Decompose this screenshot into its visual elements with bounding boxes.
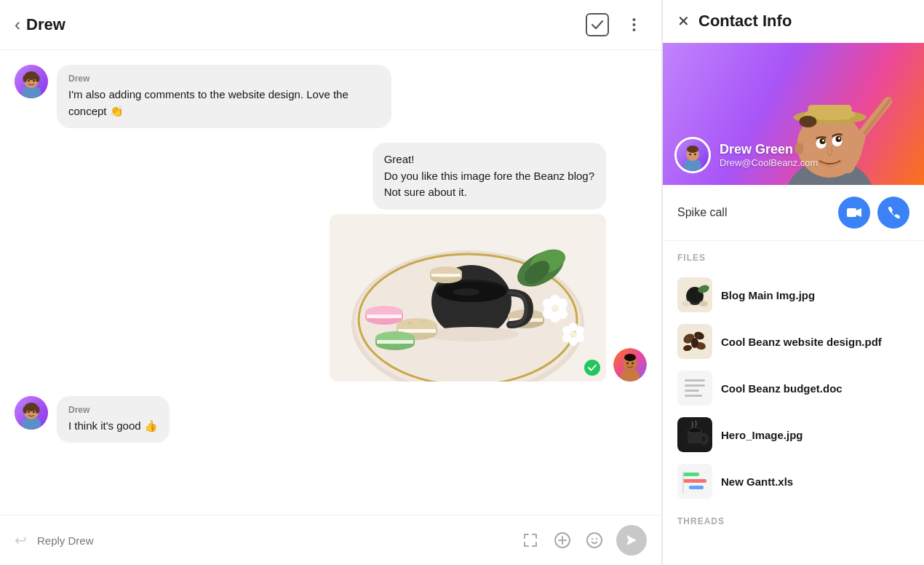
- svg-point-8: [36, 75, 40, 82]
- files-section-label: FILES: [677, 253, 909, 263]
- svg-point-76: [592, 538, 593, 540]
- svg-point-75: [587, 533, 602, 548]
- message-text: I'm also adding comments to the website …: [68, 87, 380, 119]
- file-item[interactable]: Hero_Image.jpg: [677, 411, 909, 458]
- expand-icon[interactable]: [520, 530, 541, 550]
- svg-point-33: [408, 322, 411, 325]
- contact-name-block: Drew Green Drew@CoolBeanz.com: [720, 142, 818, 168]
- file-item[interactable]: Cool Beanz budget.doc: [677, 365, 909, 411]
- file-thumb-doc-svg: [677, 371, 712, 406]
- svg-rect-123: [683, 479, 706, 483]
- file-name: Blog Main Img.jpg: [721, 289, 815, 301]
- svg-rect-113: [685, 379, 705, 382]
- svg-point-16: [632, 362, 634, 364]
- sender-name: Drew: [68, 74, 380, 84]
- back-button[interactable]: ‹: [15, 15, 20, 35]
- message-row: Drew I think it's good 👍: [15, 396, 647, 443]
- file-thumbnail: [677, 371, 712, 406]
- contact-actions: Spike call: [663, 185, 924, 241]
- svg-point-25: [424, 327, 519, 341]
- sent-image-container: [330, 214, 606, 382]
- chat-title: Drew: [26, 15, 65, 34]
- svg-rect-115: [685, 390, 699, 392]
- svg-rect-124: [689, 486, 704, 489]
- sent-text: Great!Do you like this image fore the Be…: [384, 151, 594, 201]
- svg-point-71: [36, 406, 40, 414]
- contact-email: Drew@CoolBeanz.com: [720, 157, 818, 168]
- add-icon[interactable]: [552, 530, 573, 550]
- contact-info-panel: ✕ Contact Info: [662, 0, 924, 565]
- message-list: Drew I'm also adding comments to the web…: [0, 50, 661, 515]
- svg-point-98: [694, 154, 696, 155]
- svg-point-73: [33, 411, 35, 413]
- svg-point-10: [33, 80, 35, 82]
- file-item[interactable]: New Gantt.xls: [677, 458, 909, 505]
- received-bubble: Drew I'm also adding comments to the web…: [57, 65, 391, 128]
- emoji-icon[interactable]: [584, 530, 605, 550]
- file-name: Cool Beanz budget.doc: [721, 382, 843, 395]
- svg-point-1: [632, 23, 635, 26]
- file-thumbnail: [677, 277, 712, 312]
- macarons-image-svg: [330, 214, 606, 382]
- file-thumb-svg: [677, 277, 712, 312]
- svg-point-9: [28, 80, 30, 82]
- svg-point-0: [632, 18, 635, 21]
- chat-header: ‹ Drew: [0, 0, 661, 50]
- svg-rect-116: [685, 395, 702, 397]
- message-row: Drew I'm also adding comments to the web…: [15, 65, 647, 128]
- svg-point-7: [23, 75, 28, 82]
- file-item[interactable]: Cool Beanz website design.pdf: [677, 318, 909, 365]
- svg-rect-84: [808, 105, 852, 119]
- svg-point-65: [570, 331, 576, 337]
- file-thumbnail: [677, 464, 712, 499]
- contact-hero: Drew Green Drew@CoolBeanz.com: [663, 43, 924, 185]
- svg-point-53: [557, 299, 567, 309]
- expand-svg: [522, 532, 538, 548]
- contact-panel-title: Contact Info: [698, 12, 792, 31]
- more-options-button[interactable]: [621, 12, 647, 38]
- close-button[interactable]: ✕: [677, 12, 690, 30]
- svg-point-34: [422, 320, 424, 323]
- svg-point-91: [822, 140, 824, 142]
- svg-point-56: [543, 309, 553, 319]
- svg-point-103: [682, 301, 690, 307]
- read-checkmark: [588, 364, 597, 371]
- video-call-button[interactable]: [838, 197, 870, 229]
- svg-rect-112: [677, 371, 712, 406]
- send-button[interactable]: [616, 525, 647, 556]
- threads-section: THREADS: [663, 516, 924, 547]
- svg-point-77: [596, 538, 597, 540]
- phone-call-button[interactable]: [877, 197, 909, 229]
- spike-call-label: Spike call: [677, 206, 727, 219]
- contact-info-card: Drew Green Drew@CoolBeanz.com: [674, 137, 818, 173]
- contact-small-avatar-svg: [677, 139, 709, 171]
- phone-icon: [886, 205, 901, 220]
- emoji-svg: [586, 532, 603, 549]
- threads-section-label: THREADS: [677, 516, 909, 526]
- message-text: I think it's good 👍: [68, 418, 158, 435]
- svg-point-85: [800, 116, 817, 127]
- svg-point-14: [624, 354, 636, 361]
- call-buttons: [838, 197, 909, 229]
- svg-rect-122: [683, 473, 699, 476]
- svg-rect-99: [847, 208, 856, 217]
- svg-point-120: [688, 428, 701, 432]
- svg-point-58: [551, 305, 559, 312]
- contact-avatar-small: [674, 137, 711, 173]
- svg-point-104: [699, 301, 708, 307]
- add-svg: [554, 532, 571, 549]
- contact-name: Drew Green: [720, 142, 818, 157]
- file-thumbnail: [677, 324, 712, 359]
- check-icon-button[interactable]: [586, 13, 609, 36]
- avatar: [15, 396, 48, 430]
- file-item[interactable]: Blog Main Img.jpg: [677, 272, 909, 318]
- file-thumb-hero-svg: [677, 417, 712, 452]
- drew-avatar-svg: [15, 65, 48, 98]
- file-thumb-xls-svg: [677, 464, 712, 499]
- my-avatar-svg: [613, 348, 647, 382]
- reply-input[interactable]: [37, 524, 510, 556]
- send-icon: [625, 534, 638, 547]
- file-name: Cool Beanz website design.pdf: [721, 336, 882, 348]
- drew-avatar-svg2: [15, 396, 48, 430]
- svg-point-96: [687, 146, 698, 153]
